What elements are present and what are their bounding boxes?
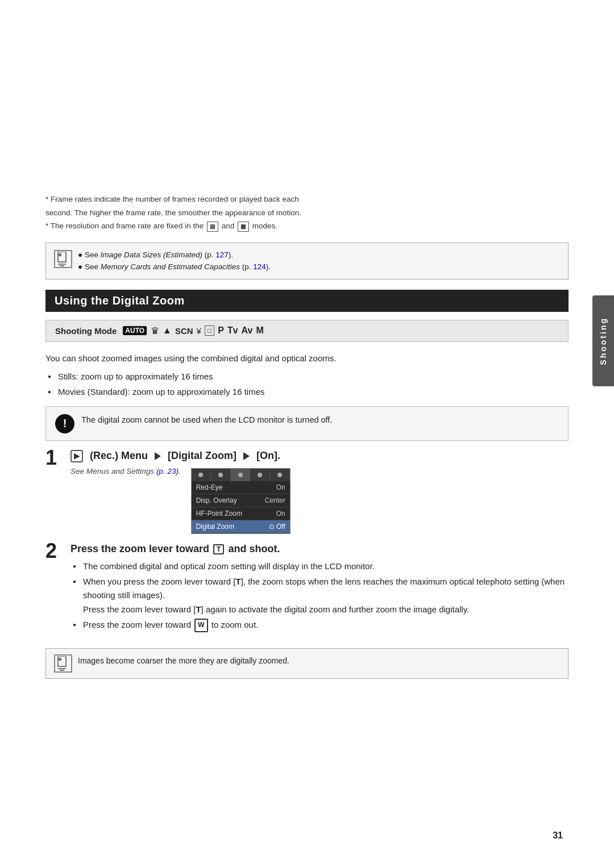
arrow-2 [243, 452, 250, 460]
svg-rect-4 [58, 656, 66, 666]
menu-row-digital: Digital Zoom ⊙ Off [192, 520, 290, 533]
top-note-1b: second. The higher the frame rate, the s… [45, 207, 569, 219]
wide-icon: W [194, 619, 208, 632]
bullet-movies: Movies (Standard): zoom up to approximat… [48, 385, 569, 399]
page-container: Shooting * Frame rates indicate the numb… [0, 0, 614, 868]
mode-special1: ¥ [197, 326, 201, 336]
mode-icon-inline2: ▦ [238, 222, 249, 232]
arrow-1 [155, 452, 161, 460]
warning-box: ! The digital zoom cannot be used when t… [45, 406, 569, 441]
svg-rect-1 [58, 253, 61, 256]
menu-val-hfpoint: On [276, 510, 285, 518]
step-1-sub-col: See Menus and Settings (p. 23). [70, 466, 181, 480]
menu-label-digital: Digital Zoom [196, 523, 234, 531]
step-1-on: [On]. [256, 450, 280, 462]
shooting-mode-bar: Shooting Mode AUTO ♛ ▲ SCN ¥ □ P Tv Av M [45, 320, 569, 342]
info-line-1: ● See Image Data Sizes (Estimated) (p. 1… [78, 249, 271, 261]
menu-screenshot: Red-Eye On Disp. Overlay Center HF-Point… [191, 468, 291, 534]
step-2-content: Press the zoom lever toward T and shoot.… [70, 543, 569, 639]
menu-row-redeye: Red-Eye On [192, 481, 290, 494]
t-icon-inline: T [235, 577, 240, 586]
shooting-mode-label: Shooting Mode [55, 326, 117, 336]
mode-icon-inline1: ▤ [207, 222, 218, 232]
intro-text: You can shoot zoomed images using the co… [45, 351, 569, 366]
menu-tab-4 [250, 469, 270, 481]
info-box-top: ● See Image Data Sizes (Estimated) (p. 1… [45, 243, 569, 279]
warning-text: The digital zoom cannot be used when the… [81, 414, 332, 427]
mode-auto: AUTO [123, 326, 147, 335]
top-notes: * Frame rates indicate the number of fra… [45, 193, 569, 232]
bottom-note: Images become coarser the more they are … [45, 648, 569, 679]
warning-icon: ! [55, 414, 74, 433]
bottom-note-text: Images become coarser the more they are … [78, 654, 289, 667]
info-icon-top [54, 250, 72, 268]
menu-label-hfpoint: HF-Point Zoom [196, 510, 242, 518]
mode-av: Av [242, 326, 253, 336]
tab-dot-5 [277, 473, 282, 477]
page-number: 31 [553, 831, 563, 841]
rec-icon: ▶ [70, 450, 83, 462]
menu-label-redeye: Red-Eye [196, 483, 223, 491]
step-1-heading: ▶ (Rec.) Menu [Digital Zoom] [On]. [70, 450, 569, 462]
step-1-row: 1 ▶ (Rec.) Menu [Digital Zoom] [On]. See… [45, 450, 569, 534]
info-line-2: ● See Memory Cards and Estimated Capacit… [78, 261, 271, 273]
mode-p: P [218, 326, 224, 336]
step-1-content: ▶ (Rec.) Menu [Digital Zoom] [On]. See M… [70, 450, 569, 534]
info-box-text-top: ● See Image Data Sizes (Estimated) (p. 1… [78, 249, 271, 273]
top-note-2: * The resolution and frame rate are fixe… [45, 220, 569, 232]
section-header: Using the Digital Zoom [45, 290, 569, 312]
svg-rect-0 [58, 252, 66, 262]
intro-bullets: Stills: zoom up to approximately 16 time… [45, 370, 569, 399]
menu-tabs [192, 469, 290, 481]
menu-val-redeye: On [276, 483, 285, 491]
side-tab-label: Shooting [599, 317, 608, 365]
tab-dot-3 [238, 473, 243, 477]
bullet-stills: Stills: zoom up to approximately 16 time… [48, 370, 569, 384]
menu-row-disp: Disp. Overlay Center [192, 494, 290, 507]
mode-tv: Tv [227, 326, 238, 336]
step-2-heading: Press the zoom lever toward T and shoot. [70, 543, 569, 555]
svg-rect-5 [58, 658, 61, 661]
step-1-menu: [Digital Zoom] [168, 450, 237, 462]
step-2-row: 2 Press the zoom lever toward T and shoo… [45, 543, 569, 639]
mode-m: M [256, 326, 263, 336]
tab-dot-1 [198, 473, 203, 477]
step2-bullet-3: Press the zoom lever toward W to zoom ou… [73, 618, 569, 632]
step-1-sub: See Menus and Settings (p. 23). [70, 467, 181, 475]
menu-tab-5 [270, 469, 290, 481]
tele-icon: T [213, 544, 224, 554]
t-icon-inline2: T [196, 604, 201, 614]
step-1-with-image: See Menus and Settings (p. 23). Red-Eye [70, 466, 569, 534]
step-1-text: (Rec.) Menu [90, 450, 148, 462]
tab-dot-4 [258, 473, 262, 477]
menu-tab-3 [231, 469, 251, 481]
mode-landscape: ▲ [163, 326, 172, 336]
tab-dot-2 [218, 473, 223, 477]
menu-val-disp: Center [265, 496, 285, 504]
step-1-number: 1 [45, 448, 70, 468]
menu-val-digital: ⊙ Off [269, 523, 285, 531]
mode-portrait: ♛ [151, 325, 159, 337]
step2-bullet-2: When you press the zoom lever toward [T]… [73, 575, 569, 617]
bottom-note-icon [54, 654, 72, 673]
top-note-1: * Frame rates indicate the number of fra… [45, 193, 569, 206]
step-2-number: 2 [45, 541, 70, 561]
mode-scn: SCN [175, 326, 193, 336]
mode-movie: □ [205, 326, 214, 336]
menu-tab-2 [211, 469, 231, 481]
side-tab: Shooting [592, 295, 614, 386]
step2-bullet-1: The combined digital and optical zoom se… [73, 560, 569, 574]
menu-tab-1 [192, 469, 211, 481]
menu-label-disp: Disp. Overlay [196, 496, 237, 504]
menu-row-hfpoint: HF-Point Zoom On [192, 507, 290, 520]
step-2-bullets: The combined digital and optical zoom se… [70, 560, 569, 632]
and-text: and [222, 222, 237, 230]
